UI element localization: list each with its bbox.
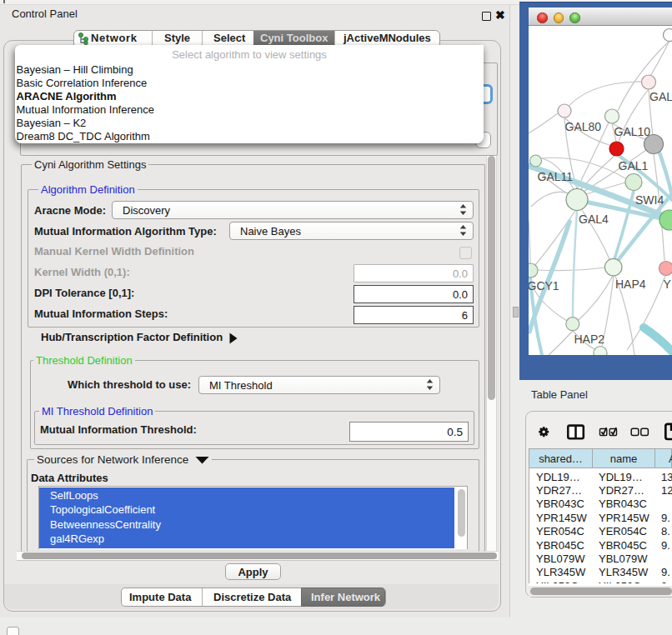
svg-text:GAL10: GAL10	[614, 125, 651, 138]
svg-text:GAL1: GAL1	[619, 159, 649, 172]
svg-text:HAP2: HAP2	[574, 332, 605, 346]
svg-text:GCY1: GCY1	[529, 279, 559, 292]
svg-text:HAP4: HAP4	[615, 278, 646, 291]
svg-text:GAL11: GAL11	[538, 170, 574, 183]
svg-text:GAL4: GAL4	[579, 212, 609, 226]
svg-text:GAL: GAL	[649, 90, 672, 103]
svg-text:GAL80: GAL80	[565, 120, 602, 133]
svg-text:SWI4: SWI4	[635, 193, 664, 207]
svg-text:Y: Y	[664, 278, 672, 291]
